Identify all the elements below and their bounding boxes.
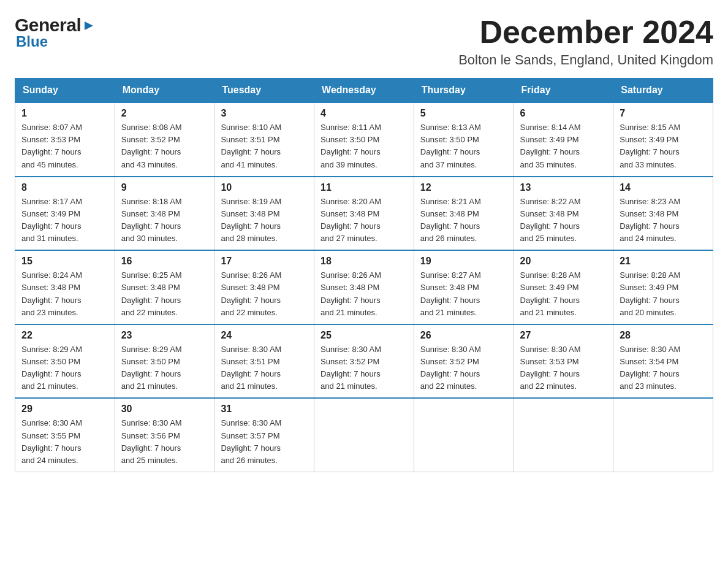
- calendar-cell: 27 Sunrise: 8:30 AMSunset: 3:53 PMDaylig…: [514, 324, 613, 399]
- day-number: 20: [520, 256, 607, 267]
- weekday-header-monday: Monday: [115, 79, 214, 103]
- day-number: 15: [21, 256, 108, 267]
- day-number: 5: [420, 108, 507, 119]
- day-number: 29: [21, 404, 108, 415]
- day-number: 31: [221, 404, 308, 415]
- day-info: Sunrise: 8:30 AMSunset: 3:52 PMDaylight:…: [320, 343, 408, 393]
- calendar-cell: 21 Sunrise: 8:28 AMSunset: 3:49 PMDaylig…: [613, 250, 713, 324]
- weekday-header-tuesday: Tuesday: [214, 79, 314, 103]
- calendar-cell: 8 Sunrise: 8:17 AMSunset: 3:49 PMDayligh…: [15, 177, 115, 251]
- page-header: General Blue December 2024 Bolton le San…: [15, 15, 713, 68]
- day-info: Sunrise: 8:25 AMSunset: 3:48 PMDaylight:…: [121, 269, 208, 319]
- day-info: Sunrise: 8:26 AMSunset: 3:48 PMDaylight:…: [221, 269, 308, 319]
- day-number: 26: [420, 330, 507, 341]
- weekday-header-wednesday: Wednesday: [314, 79, 414, 103]
- day-info: Sunrise: 8:29 AMSunset: 3:50 PMDaylight:…: [21, 343, 108, 393]
- calendar-cell: 14 Sunrise: 8:23 AMSunset: 3:48 PMDaylig…: [613, 177, 713, 251]
- day-info: Sunrise: 8:30 AMSunset: 3:52 PMDaylight:…: [420, 343, 507, 393]
- day-info: Sunrise: 8:13 AMSunset: 3:50 PMDaylight:…: [420, 121, 507, 171]
- calendar-cell: 19 Sunrise: 8:27 AMSunset: 3:48 PMDaylig…: [414, 250, 514, 324]
- day-number: 2: [121, 108, 208, 119]
- day-number: 16: [121, 256, 208, 267]
- day-info: Sunrise: 8:30 AMSunset: 3:57 PMDaylight:…: [221, 417, 308, 467]
- day-number: 13: [520, 182, 607, 193]
- day-number: 18: [320, 256, 408, 267]
- calendar-cell: 6 Sunrise: 8:14 AMSunset: 3:49 PMDayligh…: [514, 102, 613, 177]
- calendar-cell: 4 Sunrise: 8:11 AMSunset: 3:50 PMDayligh…: [314, 102, 414, 177]
- calendar-week-row: 29 Sunrise: 8:30 AMSunset: 3:55 PMDaylig…: [15, 398, 713, 472]
- day-number: 7: [620, 108, 707, 119]
- day-info: Sunrise: 8:30 AMSunset: 3:55 PMDaylight:…: [21, 417, 108, 467]
- day-info: Sunrise: 8:10 AMSunset: 3:51 PMDaylight:…: [221, 121, 308, 171]
- calendar-week-row: 15 Sunrise: 8:24 AMSunset: 3:48 PMDaylig…: [15, 250, 713, 324]
- weekday-header-saturday: Saturday: [613, 79, 713, 103]
- day-info: Sunrise: 8:28 AMSunset: 3:49 PMDaylight:…: [620, 269, 707, 319]
- calendar-cell: [414, 398, 514, 472]
- weekday-header-friday: Friday: [514, 79, 613, 103]
- day-number: 4: [320, 108, 408, 119]
- location-title: Bolton le Sands, England, United Kingdom: [458, 52, 713, 68]
- calendar-week-row: 1 Sunrise: 8:07 AMSunset: 3:53 PMDayligh…: [15, 102, 713, 177]
- day-number: 28: [620, 330, 707, 341]
- calendar-cell: 15 Sunrise: 8:24 AMSunset: 3:48 PMDaylig…: [15, 250, 115, 324]
- day-number: 24: [221, 330, 308, 341]
- day-info: Sunrise: 8:23 AMSunset: 3:48 PMDaylight:…: [620, 196, 707, 245]
- calendar-cell: [314, 398, 414, 472]
- day-number: 30: [121, 404, 208, 415]
- day-number: 27: [520, 330, 607, 341]
- day-info: Sunrise: 8:30 AMSunset: 3:56 PMDaylight:…: [121, 417, 208, 467]
- logo-general-text: General: [15, 15, 81, 36]
- calendar-cell: 25 Sunrise: 8:30 AMSunset: 3:52 PMDaylig…: [314, 324, 414, 399]
- calendar-cell: 9 Sunrise: 8:18 AMSunset: 3:48 PMDayligh…: [115, 177, 214, 251]
- calendar-cell: 2 Sunrise: 8:08 AMSunset: 3:52 PMDayligh…: [115, 102, 214, 177]
- calendar-cell: 22 Sunrise: 8:29 AMSunset: 3:50 PMDaylig…: [15, 324, 115, 399]
- day-number: 25: [320, 330, 408, 341]
- calendar-cell: [514, 398, 613, 472]
- calendar-cell: 29 Sunrise: 8:30 AMSunset: 3:55 PMDaylig…: [15, 398, 115, 472]
- day-info: Sunrise: 8:17 AMSunset: 3:49 PMDaylight:…: [21, 196, 108, 245]
- day-info: Sunrise: 8:24 AMSunset: 3:48 PMDaylight:…: [21, 269, 108, 319]
- day-number: 12: [420, 182, 507, 193]
- day-info: Sunrise: 8:22 AMSunset: 3:48 PMDaylight:…: [520, 196, 607, 245]
- calendar-cell: 5 Sunrise: 8:13 AMSunset: 3:50 PMDayligh…: [414, 102, 514, 177]
- calendar-body: 1 Sunrise: 8:07 AMSunset: 3:53 PMDayligh…: [15, 102, 713, 472]
- day-info: Sunrise: 8:18 AMSunset: 3:48 PMDaylight:…: [121, 196, 208, 245]
- day-info: Sunrise: 8:21 AMSunset: 3:48 PMDaylight:…: [420, 196, 507, 245]
- calendar-cell: 16 Sunrise: 8:25 AMSunset: 3:48 PMDaylig…: [115, 250, 214, 324]
- calendar-cell: [613, 398, 713, 472]
- day-info: Sunrise: 8:29 AMSunset: 3:50 PMDaylight:…: [121, 343, 208, 393]
- calendar-header: SundayMondayTuesdayWednesdayThursdayFrid…: [15, 79, 713, 103]
- calendar-cell: 11 Sunrise: 8:20 AMSunset: 3:48 PMDaylig…: [314, 177, 414, 251]
- calendar-cell: 31 Sunrise: 8:30 AMSunset: 3:57 PMDaylig…: [214, 398, 314, 472]
- calendar-cell: 26 Sunrise: 8:30 AMSunset: 3:52 PMDaylig…: [414, 324, 514, 399]
- day-info: Sunrise: 8:20 AMSunset: 3:48 PMDaylight:…: [320, 196, 408, 245]
- day-number: 19: [420, 256, 507, 267]
- weekday-header-sunday: Sunday: [15, 79, 115, 103]
- day-number: 3: [221, 108, 308, 119]
- calendar-cell: 30 Sunrise: 8:30 AMSunset: 3:56 PMDaylig…: [115, 398, 214, 472]
- day-info: Sunrise: 8:28 AMSunset: 3:49 PMDaylight:…: [520, 269, 607, 319]
- calendar-cell: 24 Sunrise: 8:30 AMSunset: 3:51 PMDaylig…: [214, 324, 314, 399]
- calendar-cell: 7 Sunrise: 8:15 AMSunset: 3:49 PMDayligh…: [613, 102, 713, 177]
- calendar-cell: 28 Sunrise: 8:30 AMSunset: 3:54 PMDaylig…: [613, 324, 713, 399]
- day-info: Sunrise: 8:30 AMSunset: 3:53 PMDaylight:…: [520, 343, 607, 393]
- calendar-cell: 18 Sunrise: 8:26 AMSunset: 3:48 PMDaylig…: [314, 250, 414, 324]
- logo: General Blue: [15, 15, 96, 50]
- day-number: 9: [121, 182, 208, 193]
- day-number: 1: [21, 108, 108, 119]
- weekday-header-thursday: Thursday: [414, 79, 514, 103]
- day-number: 14: [620, 182, 707, 193]
- svg-marker-0: [85, 21, 93, 30]
- day-number: 10: [221, 182, 308, 193]
- month-title: December 2024: [458, 15, 713, 50]
- day-info: Sunrise: 8:14 AMSunset: 3:49 PMDaylight:…: [520, 121, 607, 171]
- day-number: 23: [121, 330, 208, 341]
- logo-blue-text: Blue: [16, 33, 48, 50]
- day-number: 17: [221, 256, 308, 267]
- calendar-cell: 3 Sunrise: 8:10 AMSunset: 3:51 PMDayligh…: [214, 102, 314, 177]
- day-info: Sunrise: 8:15 AMSunset: 3:49 PMDaylight:…: [620, 121, 707, 171]
- calendar-cell: 10 Sunrise: 8:19 AMSunset: 3:48 PMDaylig…: [214, 177, 314, 251]
- header-right: December 2024 Bolton le Sands, England, …: [458, 15, 713, 68]
- calendar-cell: 17 Sunrise: 8:26 AMSunset: 3:48 PMDaylig…: [214, 250, 314, 324]
- day-info: Sunrise: 8:07 AMSunset: 3:53 PMDaylight:…: [21, 121, 108, 171]
